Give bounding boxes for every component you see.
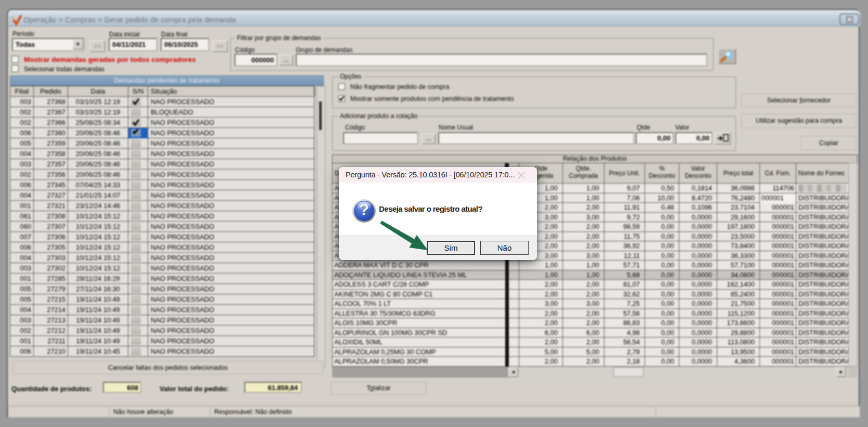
svg-text:?: ? [359, 201, 369, 219]
